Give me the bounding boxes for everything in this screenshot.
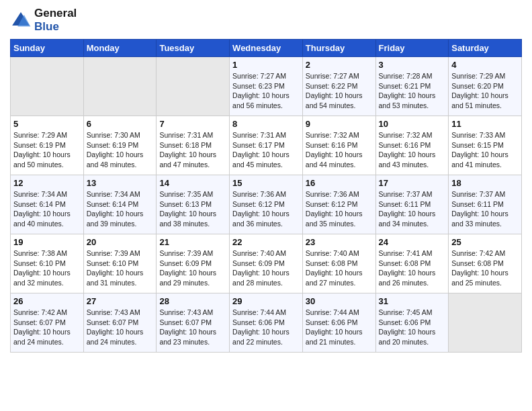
sunset-text: Sunset: 6:13 PM <box>159 199 226 210</box>
sunrise-text: Sunrise: 7:39 AM <box>159 248 226 259</box>
day-number: 15 <box>232 178 300 188</box>
day-info: Sunrise: 7:31 AM Sunset: 6:17 PM Dayligh… <box>232 130 300 170</box>
sunrise-text: Sunrise: 7:29 AM <box>451 71 519 81</box>
sunset-text: Sunset: 6:06 PM <box>306 318 373 328</box>
sunset-text: Sunset: 6:17 PM <box>232 140 300 150</box>
sunrise-text: Sunrise: 7:32 AM <box>379 130 446 140</box>
daylight-text: Daylight: 10 hours and 40 minutes. <box>13 209 81 228</box>
sunset-text: Sunset: 6:08 PM <box>451 259 519 269</box>
sunset-text: Sunset: 6:10 PM <box>87 259 154 269</box>
col-header-saturday: Saturday <box>449 40 522 57</box>
col-header-wednesday: Wednesday <box>230 40 303 57</box>
daylight-text: Daylight: 10 hours and 38 minutes. <box>159 209 226 228</box>
daylight-text: Daylight: 10 hours and 24 minutes. <box>87 327 154 347</box>
sunset-text: Sunset: 6:14 PM <box>87 199 154 210</box>
daylight-text: Daylight: 10 hours and 54 minutes. <box>306 91 373 110</box>
day-number: 27 <box>87 296 154 306</box>
sunrise-text: Sunrise: 7:42 AM <box>451 248 519 259</box>
daylight-text: Daylight: 10 hours and 53 minutes. <box>379 91 446 110</box>
day-info: Sunrise: 7:34 AM Sunset: 6:14 PM Dayligh… <box>13 189 81 229</box>
day-number: 8 <box>232 119 300 129</box>
day-number: 5 <box>13 119 81 129</box>
sunrise-text: Sunrise: 7:38 AM <box>13 248 81 259</box>
sunset-text: Sunset: 6:22 PM <box>306 81 373 91</box>
day-number: 31 <box>379 296 446 306</box>
calendar-table: SundayMondayTuesdayWednesdayThursdayFrid… <box>10 39 522 353</box>
sunset-text: Sunset: 6:06 PM <box>232 318 300 328</box>
sunset-text: Sunset: 6:07 PM <box>13 318 81 328</box>
calendar-cell: 22 Sunrise: 7:40 AM Sunset: 6:09 PM Dayl… <box>230 234 303 293</box>
sunset-text: Sunset: 6:14 PM <box>13 199 81 210</box>
day-info: Sunrise: 7:36 AM Sunset: 6:12 PM Dayligh… <box>306 189 373 229</box>
calendar-cell: 24 Sunrise: 7:41 AM Sunset: 6:08 PM Dayl… <box>375 234 449 293</box>
sunrise-text: Sunrise: 7:35 AM <box>159 189 226 199</box>
calendar-cell: 31 Sunrise: 7:45 AM Sunset: 6:06 PM Dayl… <box>375 293 449 353</box>
col-header-monday: Monday <box>83 40 157 57</box>
sunrise-text: Sunrise: 7:36 AM <box>232 189 300 199</box>
sunset-text: Sunset: 6:23 PM <box>232 81 300 91</box>
sunset-text: Sunset: 6:18 PM <box>159 140 226 150</box>
sunset-text: Sunset: 6:11 PM <box>451 199 519 210</box>
sunset-text: Sunset: 6:09 PM <box>232 259 300 269</box>
sunrise-text: Sunrise: 7:43 AM <box>159 308 226 318</box>
day-number: 10 <box>379 119 446 129</box>
day-number: 17 <box>379 178 446 188</box>
calendar-cell: 23 Sunrise: 7:40 AM Sunset: 6:08 PM Dayl… <box>302 234 375 293</box>
page-header: General Blue <box>10 7 522 34</box>
col-header-sunday: Sunday <box>11 40 84 57</box>
calendar-cell: 16 Sunrise: 7:36 AM Sunset: 6:12 PM Dayl… <box>302 175 375 234</box>
calendar-cell <box>157 57 230 116</box>
sunrise-text: Sunrise: 7:42 AM <box>13 308 81 318</box>
logo-icon <box>10 9 32 31</box>
sunset-text: Sunset: 6:16 PM <box>306 140 373 150</box>
col-header-tuesday: Tuesday <box>157 40 230 57</box>
day-info: Sunrise: 7:30 AM Sunset: 6:19 PM Dayligh… <box>87 130 154 170</box>
daylight-text: Daylight: 10 hours and 39 minutes. <box>87 209 154 228</box>
day-number: 1 <box>232 60 300 70</box>
daylight-text: Daylight: 10 hours and 56 minutes. <box>232 91 300 110</box>
calendar-cell: 9 Sunrise: 7:32 AM Sunset: 6:16 PM Dayli… <box>302 116 375 175</box>
sunrise-text: Sunrise: 7:29 AM <box>13 130 81 140</box>
daylight-text: Daylight: 10 hours and 21 minutes. <box>306 327 373 347</box>
day-number: 25 <box>451 237 519 247</box>
daylight-text: Daylight: 10 hours and 23 minutes. <box>159 327 226 347</box>
calendar-cell: 14 Sunrise: 7:35 AM Sunset: 6:13 PM Dayl… <box>157 175 230 234</box>
day-number: 9 <box>306 119 373 129</box>
calendar-cell: 27 Sunrise: 7:43 AM Sunset: 6:07 PM Dayl… <box>83 293 157 353</box>
sunset-text: Sunset: 6:07 PM <box>87 318 154 328</box>
day-number: 20 <box>87 237 154 247</box>
day-info: Sunrise: 7:27 AM Sunset: 6:22 PM Dayligh… <box>306 71 373 111</box>
calendar-cell: 5 Sunrise: 7:29 AM Sunset: 6:19 PM Dayli… <box>11 116 84 175</box>
sunset-text: Sunset: 6:21 PM <box>379 81 446 91</box>
day-number: 11 <box>451 119 519 129</box>
day-info: Sunrise: 7:27 AM Sunset: 6:23 PM Dayligh… <box>232 71 300 111</box>
col-header-thursday: Thursday <box>302 40 375 57</box>
day-info: Sunrise: 7:32 AM Sunset: 6:16 PM Dayligh… <box>306 130 373 170</box>
day-info: Sunrise: 7:42 AM Sunset: 6:08 PM Dayligh… <box>451 248 519 288</box>
day-info: Sunrise: 7:44 AM Sunset: 6:06 PM Dayligh… <box>306 308 373 347</box>
sunset-text: Sunset: 6:16 PM <box>379 140 446 150</box>
sunset-text: Sunset: 6:15 PM <box>451 140 519 150</box>
sunrise-text: Sunrise: 7:36 AM <box>306 189 373 199</box>
sunset-text: Sunset: 6:08 PM <box>306 259 373 269</box>
sunrise-text: Sunrise: 7:44 AM <box>306 308 373 318</box>
day-number: 23 <box>306 237 373 247</box>
daylight-text: Daylight: 10 hours and 47 minutes. <box>159 150 226 169</box>
day-info: Sunrise: 7:37 AM Sunset: 6:11 PM Dayligh… <box>451 189 519 229</box>
sunrise-text: Sunrise: 7:31 AM <box>232 130 300 140</box>
day-number: 6 <box>87 119 154 129</box>
day-number: 22 <box>232 237 300 247</box>
day-info: Sunrise: 7:43 AM Sunset: 6:07 PM Dayligh… <box>87 308 154 347</box>
daylight-text: Daylight: 10 hours and 45 minutes. <box>232 150 300 169</box>
sunrise-text: Sunrise: 7:40 AM <box>306 248 373 259</box>
day-info: Sunrise: 7:34 AM Sunset: 6:14 PM Dayligh… <box>87 189 154 229</box>
day-info: Sunrise: 7:39 AM Sunset: 6:10 PM Dayligh… <box>87 248 154 288</box>
calendar-cell <box>11 57 84 116</box>
sunrise-text: Sunrise: 7:27 AM <box>232 71 300 81</box>
sunrise-text: Sunrise: 7:32 AM <box>306 130 373 140</box>
day-number: 16 <box>306 178 373 188</box>
day-info: Sunrise: 7:31 AM Sunset: 6:18 PM Dayligh… <box>159 130 226 170</box>
sunrise-text: Sunrise: 7:41 AM <box>379 248 446 259</box>
sunset-text: Sunset: 6:10 PM <box>13 259 81 269</box>
day-info: Sunrise: 7:45 AM Sunset: 6:06 PM Dayligh… <box>379 308 446 347</box>
